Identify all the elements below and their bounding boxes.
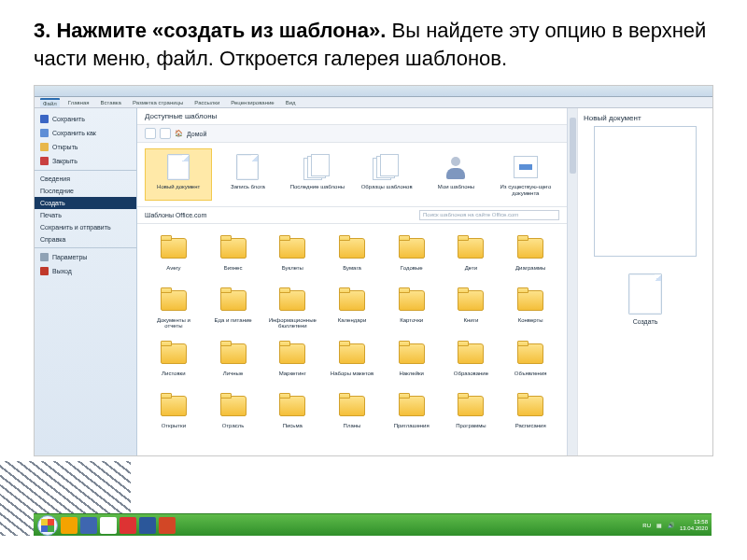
folder-label: Документы и отчеты xyxy=(148,317,200,329)
folder-icon xyxy=(337,233,367,263)
folder-tile[interactable]: Еда и питание xyxy=(204,282,262,333)
ribbon-tab[interactable]: Рецензирование xyxy=(228,99,276,106)
folder-tile[interactable]: Буклеты xyxy=(263,230,321,280)
folder-tile[interactable]: Книги xyxy=(443,282,500,333)
sidebar-item[interactable]: Открыть xyxy=(35,140,136,154)
exit-icon xyxy=(40,267,49,275)
ribbon-tab[interactable]: Разметка страницы xyxy=(130,99,186,106)
folder-tile[interactable]: Личные xyxy=(204,335,262,385)
folder-icon xyxy=(456,391,486,421)
home-icon: 🏠 xyxy=(175,130,183,137)
folder-icon xyxy=(337,391,367,421)
tray-sound-icon[interactable]: 🔊 xyxy=(668,522,674,528)
ribbon-tab[interactable]: Главная xyxy=(65,99,92,106)
folder-tile[interactable]: Конверты xyxy=(501,282,559,333)
template-tile[interactable]: Запись блога xyxy=(214,148,281,200)
taskbar-app-icon[interactable] xyxy=(100,517,117,534)
taskbar-powerpoint-icon[interactable] xyxy=(159,517,176,534)
folder-tile[interactable]: Информационные бюллетени xyxy=(263,282,321,333)
folder-label: Листовки xyxy=(162,371,185,382)
sidebar-item[interactable]: Параметры xyxy=(35,247,136,264)
folder-tile[interactable]: Отрасль xyxy=(204,387,262,438)
folder-label: Программы xyxy=(456,423,486,434)
sidebar-item-label: Печать xyxy=(40,212,62,218)
doc-icon xyxy=(628,273,662,315)
office-folders-grid: AveryБизнесБуклетыБумагаГодовыеДетиДиагр… xyxy=(137,224,567,443)
folder-tile[interactable]: Образование xyxy=(443,335,500,385)
folder-tile[interactable]: Листовки xyxy=(145,335,203,385)
sidebar-item[interactable]: Выход xyxy=(35,264,136,278)
sidebar-item-label: Сохранить и отправить xyxy=(40,224,111,231)
sidebar-item[interactable]: Сохранить и отправить xyxy=(35,221,136,233)
sidebar-item[interactable]: Последние xyxy=(35,185,136,197)
folder-tile[interactable]: Приглашения xyxy=(383,387,441,438)
tray-net-icon[interactable]: ▦ xyxy=(656,522,662,528)
sidebar-item[interactable]: Сведения xyxy=(35,170,136,185)
sidebar-item-label: Последние xyxy=(40,188,74,194)
folder-tile[interactable]: Наборы макетов xyxy=(323,335,381,385)
folder-tile[interactable]: Открытки xyxy=(145,387,203,438)
template-tile[interactable]: Последние шаблоны xyxy=(284,148,351,200)
sidebar-item-label: Открыть xyxy=(52,144,78,150)
folder-tile[interactable]: Бумага xyxy=(323,230,381,280)
folder-icon xyxy=(397,233,427,263)
folder-label: Бизнес xyxy=(224,265,243,276)
template-tile[interactable]: Образцы шаблонов xyxy=(353,148,420,200)
template-tile[interactable]: Из существую-щего документа xyxy=(492,148,559,200)
folder-tile[interactable]: Документы и отчеты xyxy=(145,282,203,333)
ribbon-tab[interactable]: Рассылки xyxy=(191,99,222,106)
folder-label: Образование xyxy=(454,371,488,382)
folder-icon xyxy=(456,339,486,369)
folder-tile[interactable]: Письма xyxy=(263,387,321,438)
ribbon-tab[interactable]: Вид xyxy=(283,99,299,106)
folder-tile[interactable]: Маркетинг xyxy=(263,335,321,385)
taskbar-ie-icon[interactable] xyxy=(80,517,97,534)
folder-tile[interactable]: Расписания xyxy=(501,387,559,438)
sidebar-item[interactable]: Сохранить xyxy=(35,112,136,126)
nav-fwd-button[interactable] xyxy=(160,128,171,139)
taskbar-word-icon[interactable] xyxy=(139,517,156,534)
tray-clock[interactable]: 13:58 13.04.2020 xyxy=(680,519,708,531)
folder-icon xyxy=(277,391,307,421)
folder-tile[interactable]: Планы xyxy=(323,387,381,438)
folder-icon xyxy=(159,391,189,421)
folder-tile[interactable]: Карточки xyxy=(383,282,441,333)
folder-tile[interactable]: Объявления xyxy=(501,335,559,385)
template-tile[interactable]: Новый документ xyxy=(145,148,212,200)
breadcrumb-home[interactable]: Домой xyxy=(187,131,206,137)
taskbar-explorer-icon[interactable] xyxy=(61,517,78,534)
create-button[interactable]: Создать xyxy=(633,318,658,325)
template-tile[interactable]: Мои шаблоны xyxy=(422,148,489,200)
ribbon-tab[interactable]: Вставка xyxy=(98,99,124,106)
taskbar-yandex-icon[interactable] xyxy=(120,517,136,534)
folder-tile[interactable]: Дети xyxy=(443,230,500,280)
tray-lang[interactable]: RU xyxy=(642,523,651,528)
folder-icon xyxy=(159,233,189,263)
folder-tile[interactable]: Календари xyxy=(323,282,381,333)
scrollbar[interactable] xyxy=(567,108,577,455)
sidebar-item-label: Выход xyxy=(52,268,72,274)
start-button[interactable] xyxy=(37,515,58,536)
ribbon-tabs[interactable]: ФайлГлавнаяВставкаРазметка страницыРассы… xyxy=(35,97,712,108)
folder-icon xyxy=(515,391,545,421)
folder-tile[interactable]: Годовые xyxy=(383,230,441,280)
window-titlebar xyxy=(35,86,712,97)
folder-label: Еда и питание xyxy=(214,317,251,329)
folder-tile[interactable]: Бизнес xyxy=(204,230,262,280)
nav-back-button[interactable] xyxy=(145,128,156,139)
ribbon-tab[interactable]: Файл xyxy=(40,98,60,107)
sidebar-item[interactable]: Печать xyxy=(35,209,136,221)
folder-tile[interactable]: Программы xyxy=(443,387,500,438)
person-icon xyxy=(441,152,471,182)
tile-label: Из существую-щего документа xyxy=(495,184,557,196)
windows-taskbar[interactable]: RU ▦ 🔊 13:58 13.04.2020 xyxy=(34,513,712,536)
sidebar-item[interactable]: Сохранить как xyxy=(35,126,136,140)
folder-tile[interactable]: Наклейки xyxy=(383,335,441,385)
template-search-input[interactable]: Поиск шаблонов на сайте Office.com xyxy=(419,210,559,220)
folder-tile[interactable]: Avery xyxy=(145,230,203,280)
folder-tile[interactable]: Диаграммы xyxy=(501,230,559,280)
sidebar-item[interactable]: Закрыть xyxy=(35,154,136,168)
sidebar-item[interactable]: Справка xyxy=(35,233,136,245)
sidebar-item[interactable]: Создать xyxy=(35,197,136,209)
folder-label: Маркетинг xyxy=(279,371,306,382)
